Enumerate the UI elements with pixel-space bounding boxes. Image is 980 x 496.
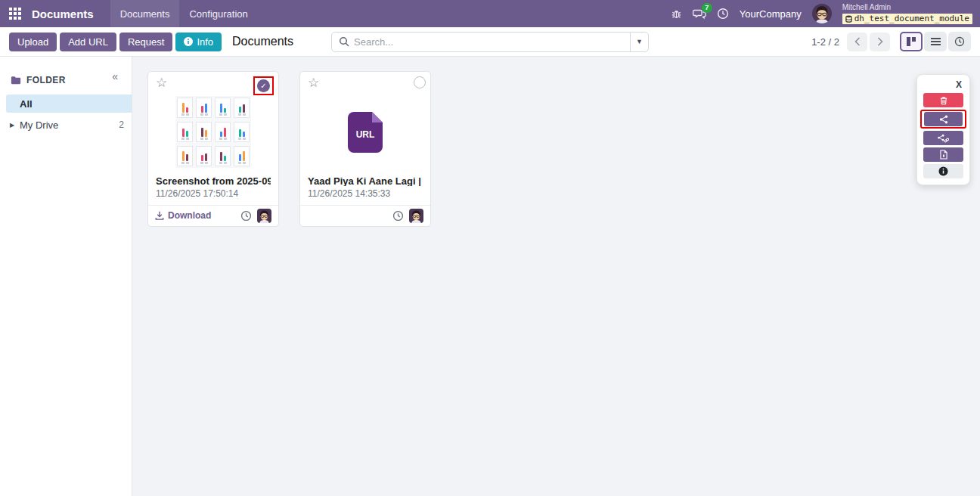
document-datetime: 11/26/2025 17:50:14	[156, 188, 271, 199]
expand-caret-icon[interactable]: ▶	[10, 122, 14, 129]
document-thumbnail[interactable]	[148, 91, 278, 172]
card-footer: Download	[148, 205, 278, 226]
download-icon	[155, 211, 164, 220]
message-count-badge: 7	[702, 3, 712, 13]
document-datetime: 11/26/2025 14:35:33	[308, 188, 423, 199]
database-icon	[845, 15, 852, 23]
bug-icon[interactable]	[671, 8, 682, 20]
annotation-highlight-box	[920, 110, 966, 129]
kanban-view-button[interactable]	[900, 32, 923, 51]
upload-button[interactable]: Upload	[9, 33, 57, 51]
star-icon[interactable]: ☆	[308, 76, 319, 89]
delete-button[interactable]	[923, 93, 963, 107]
control-panel: Upload Add URL Request Info Documents ▼ …	[0, 27, 980, 57]
thumbnail-chart-tile	[177, 146, 193, 166]
thumbnail-chart-tile	[196, 98, 212, 118]
document-title: Yaad Piya Ki Aane Lagi | D...	[308, 175, 423, 185]
svg-text:URL: URL	[356, 129, 375, 140]
apps-grid-icon[interactable]	[9, 8, 21, 20]
owner-avatar	[257, 209, 271, 223]
thumbnail-chart-tile	[177, 98, 193, 118]
star-icon[interactable]: ☆	[156, 76, 167, 89]
thumbnail-chart-tile	[196, 122, 212, 142]
thumbnail-chart-tile	[177, 122, 193, 142]
request-button[interactable]: Request	[119, 33, 172, 51]
pager-next-button[interactable]	[870, 33, 890, 51]
thumbnail-chart-tile	[215, 122, 231, 142]
activity-view-button[interactable]	[948, 32, 971, 51]
share-link-icon	[938, 134, 949, 143]
sidebar-collapse-button[interactable]: «	[112, 70, 118, 82]
url-file-icon: URL	[348, 112, 383, 153]
screenshot-preview	[175, 96, 251, 168]
folders-sidebar: « FOLDER All ▶ My Drive 2	[0, 57, 132, 496]
user-name: Mitchell Admin	[842, 3, 972, 12]
folder-count: 2	[119, 119, 124, 130]
annotation-highlight-box: ✓	[253, 76, 274, 95]
selection-action-panel: X	[916, 74, 970, 185]
documents-kanban-area: ☆ ✓ Screenshot from 2025-09-... 11/26/20…	[132, 57, 980, 496]
pager-counter: 1-2 / 2	[811, 36, 839, 48]
info-button[interactable]: Info	[175, 33, 222, 51]
thumbnail-chart-tile	[234, 122, 250, 142]
user-avatar[interactable]	[812, 4, 832, 23]
view-switcher	[900, 32, 971, 51]
top-navbar: Documents Documents Configuration 7 Your…	[0, 0, 980, 27]
owner-avatar	[409, 209, 423, 223]
search-bar[interactable]: ▼	[331, 32, 649, 52]
list-view-button[interactable]	[924, 32, 947, 51]
pager-previous-button[interactable]	[847, 33, 867, 51]
company-switcher[interactable]: YourCompany	[740, 8, 802, 20]
thumbnail-chart-tile	[215, 98, 231, 118]
select-circle-icon[interactable]	[414, 76, 426, 88]
share-button[interactable]	[924, 112, 963, 126]
nav-menu-configuration[interactable]: Configuration	[179, 0, 257, 27]
thumbnail-chart-tile	[196, 146, 212, 166]
card-footer	[300, 205, 430, 226]
thumbnail-chart-tile	[234, 98, 250, 118]
document-card-screenshot[interactable]: ☆ ✓ Screenshot from 2025-09-... 11/26/20…	[147, 71, 279, 227]
folder-icon	[11, 76, 21, 85]
document-thumbnail[interactable]: URL	[300, 91, 430, 172]
database-badge: dh_test_document_module	[842, 14, 972, 24]
kanban-icon	[907, 37, 916, 46]
thumbnail-chart-tile	[215, 146, 231, 166]
search-input[interactable]	[349, 36, 630, 48]
activity-clock-icon[interactable]	[240, 210, 252, 222]
document-card-url[interactable]: ☆ URL Yaad Piya Ki Aane Lagi | D... 11/2…	[299, 71, 431, 227]
panel-info-button[interactable]	[923, 164, 963, 178]
file-icon	[940, 150, 947, 160]
messages-icon[interactable]: 7	[693, 8, 706, 20]
search-dropdown-toggle[interactable]: ▼	[630, 33, 648, 51]
close-panel-button[interactable]: X	[917, 78, 969, 93]
add-url-button[interactable]: Add URL	[60, 33, 116, 51]
activity-clock-icon[interactable]	[717, 8, 729, 20]
nav-menu-documents[interactable]: Documents	[110, 0, 180, 27]
thumbnail-chart-tile	[234, 146, 250, 166]
share-link-button[interactable]	[923, 131, 963, 145]
download-link[interactable]: Download	[155, 210, 211, 221]
trash-icon	[940, 96, 947, 105]
info-circle-icon	[184, 37, 193, 46]
selected-check-icon[interactable]: ✓	[257, 79, 270, 92]
chevron-left-icon	[854, 37, 861, 46]
activity-clock-icon[interactable]	[392, 210, 404, 222]
activity-icon	[954, 36, 965, 47]
search-icon	[339, 36, 349, 47]
list-icon	[931, 36, 941, 47]
chevron-right-icon	[877, 37, 883, 46]
file-button[interactable]	[923, 147, 963, 162]
user-menu[interactable]: Mitchell Admin dh_test_document_module	[842, 3, 972, 24]
sidebar-item-my-drive[interactable]: ▶ My Drive 2	[0, 116, 132, 134]
info-circle-icon	[938, 166, 948, 176]
folder-section-title: FOLDER	[26, 75, 66, 85]
sidebar-item-all[interactable]: All	[6, 95, 132, 113]
document-title: Screenshot from 2025-09-...	[156, 175, 271, 185]
share-icon	[939, 115, 948, 124]
breadcrumb: Documents	[232, 35, 293, 48]
app-title[interactable]: Documents	[32, 8, 94, 20]
